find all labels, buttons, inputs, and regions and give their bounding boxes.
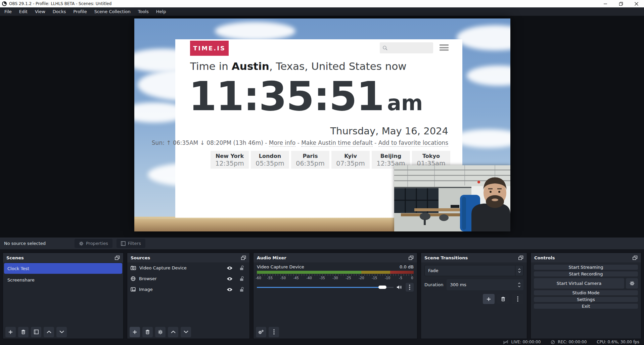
minimize-button[interactable] xyxy=(598,0,613,7)
filters-icon xyxy=(121,241,126,246)
source-properties-button[interactable] xyxy=(155,327,166,337)
menu-tools[interactable]: Tools xyxy=(134,7,152,16)
scene-item-screenshare[interactable]: Screenshare xyxy=(4,274,122,285)
menu-edit[interactable]: Edit xyxy=(15,7,31,16)
filters-button[interactable]: Filters xyxy=(117,239,145,248)
city-card[interactable]: Kyiv07:35pm xyxy=(331,151,370,169)
move-source-down-button[interactable] xyxy=(181,327,191,337)
duration-spinbox[interactable]: 300 ms xyxy=(447,279,523,290)
sources-panel: Sources Video Capture Device Browser xyxy=(127,253,250,339)
titlebar: OBS 29.1.2 - Profile: LLHLS BETA - Scene… xyxy=(0,0,644,7)
add-transition-button[interactable] xyxy=(483,294,495,304)
scenes-panel-title: Scenes xyxy=(6,255,24,260)
menu-file[interactable]: File xyxy=(1,7,15,16)
start-virtual-camera-button[interactable]: Start Virtual Camera xyxy=(534,278,624,289)
city-card[interactable]: Paris06:35pm xyxy=(291,151,329,169)
lock-icon[interactable] xyxy=(237,287,246,292)
studio-mode-button[interactable]: Studio Mode xyxy=(534,290,638,295)
add-source-button[interactable] xyxy=(130,327,140,337)
properties-button[interactable]: Properties xyxy=(75,239,112,248)
combo-arrows-icon xyxy=(515,265,523,276)
popout-icon[interactable] xyxy=(115,256,120,260)
transition-properties-button[interactable] xyxy=(512,294,523,304)
stream-inactive-icon xyxy=(503,340,509,344)
window-title: OBS 29.1.2 - Profile: LLHLS BETA - Scene… xyxy=(9,1,111,6)
move-scene-down-button[interactable] xyxy=(56,327,67,337)
move-scene-up-button[interactable] xyxy=(44,327,54,337)
webcam-overlay[interactable] xyxy=(394,165,510,231)
visibility-eye-icon[interactable] xyxy=(225,288,234,292)
cloud xyxy=(215,22,295,40)
menu-help[interactable]: Help xyxy=(152,7,170,16)
remove-source-button[interactable] xyxy=(142,327,153,337)
record-inactive-icon xyxy=(551,340,555,344)
mixer-menu-button[interactable] xyxy=(269,327,279,337)
exit-button[interactable]: Exit xyxy=(534,304,638,309)
volume-slider[interactable] xyxy=(257,285,394,289)
city-card[interactable]: London05:35pm xyxy=(251,151,289,169)
scene-filters-button[interactable] xyxy=(31,327,41,337)
move-source-up-button[interactable] xyxy=(168,327,178,337)
meter-tickmarks xyxy=(257,274,414,276)
menu-scene-collection[interactable]: Scene Collection xyxy=(91,7,134,16)
timeis-logo[interactable]: TIME.IS xyxy=(190,41,229,56)
restore-button[interactable] xyxy=(613,0,629,7)
add-scene-button[interactable] xyxy=(5,327,16,337)
dock-area: Scenes Clock Test Screenshare Sources xyxy=(0,249,644,339)
timeis-search-input[interactable] xyxy=(380,42,433,53)
hamburger-menu-icon[interactable] xyxy=(440,44,449,51)
mixer-db-value: 0.0 dB xyxy=(400,264,414,269)
popout-icon[interactable] xyxy=(518,256,523,260)
spin-arrows-icon[interactable] xyxy=(515,283,523,287)
remove-transition-button[interactable] xyxy=(497,294,509,304)
sources-panel-title: Sources xyxy=(131,255,150,260)
scene-item-clock-test[interactable]: Clock Test xyxy=(4,263,122,274)
make-default-link[interactable]: Make Austin time default xyxy=(301,139,373,147)
start-recording-button[interactable]: Start Recording xyxy=(534,271,638,276)
virtual-camera-settings-button[interactable] xyxy=(626,278,638,289)
gear-icon xyxy=(79,241,84,246)
live-time: LIVE: 00:00:00 xyxy=(511,340,541,344)
sun-info-line: Sun: ↑ 06:35AM ↓ 08:20PM (13h 46m) - Mor… xyxy=(152,139,448,146)
canvas-area: TIME.IS Time in Austin, Texas, United St… xyxy=(0,16,644,238)
scene-transitions-title: Scene Transitions xyxy=(424,255,468,260)
meter-scale: -60 -55 -50 -45 -40 -35 -30 -25 -20 -15 … xyxy=(257,276,414,280)
program-preview[interactable]: TIME.IS Time in Austin, Texas, United St… xyxy=(134,18,510,231)
menu-view[interactable]: View xyxy=(31,7,49,16)
lock-icon[interactable] xyxy=(237,276,246,281)
add-favorite-link[interactable]: Add to favorite locations xyxy=(378,139,448,147)
settings-button[interactable]: Settings xyxy=(534,297,638,302)
lock-icon[interactable] xyxy=(237,265,246,270)
source-item-video-capture[interactable]: Video Capture Device xyxy=(127,263,249,273)
volume-meter xyxy=(257,271,414,274)
mixer-channel-name: Video Capture Device xyxy=(257,264,304,269)
close-button[interactable] xyxy=(629,0,644,7)
transition-select[interactable]: Fade xyxy=(424,265,523,276)
visibility-eye-icon[interactable] xyxy=(225,277,234,281)
cloud xyxy=(467,66,510,86)
popout-icon[interactable] xyxy=(633,256,638,260)
menu-docks[interactable]: Docks xyxy=(49,7,70,16)
popout-icon[interactable] xyxy=(241,256,246,260)
image-icon xyxy=(131,287,136,292)
current-time: 11:35:51am xyxy=(189,73,423,120)
start-streaming-button[interactable]: Start Streaming xyxy=(534,265,638,270)
duration-label: Duration xyxy=(424,282,443,287)
obs-window: OBS 29.1.2 - Profile: LLHLS BETA - Scene… xyxy=(0,0,644,345)
camera-icon xyxy=(131,266,136,270)
source-item-image[interactable]: Image xyxy=(127,284,249,295)
popout-icon[interactable] xyxy=(409,256,414,260)
more-info-link[interactable]: More info xyxy=(269,139,295,147)
mixer-options-button[interactable] xyxy=(406,283,414,292)
advanced-audio-button[interactable] xyxy=(256,327,266,337)
volume-slider-handle[interactable] xyxy=(378,286,386,289)
remove-scene-button[interactable] xyxy=(18,327,29,337)
audio-mixer-title: Audio Mixer xyxy=(257,255,286,260)
menu-profile[interactable]: Profile xyxy=(70,7,90,16)
source-item-browser[interactable]: Browser xyxy=(127,273,249,284)
visibility-eye-icon[interactable] xyxy=(225,266,234,270)
controls-title: Controls xyxy=(534,255,555,260)
speaker-icon[interactable] xyxy=(397,285,403,290)
timeis-heading: Time in Austin, Texas, United States now xyxy=(190,60,449,72)
city-card[interactable]: New York12:35pm xyxy=(211,151,249,169)
